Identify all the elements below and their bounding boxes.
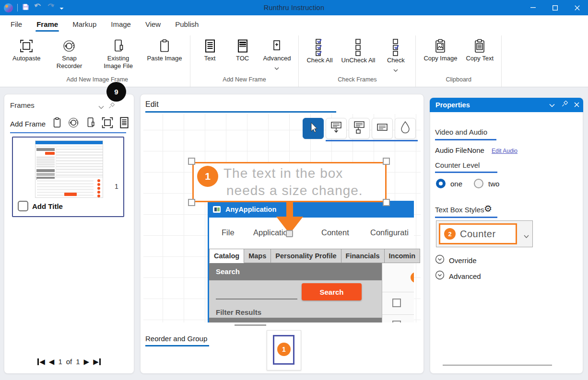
autopaste-icon[interactable] bbox=[101, 116, 114, 129]
frame-list-item[interactable]: 1 Add Title bbox=[12, 137, 124, 217]
titlebar: Runthru Instruction bbox=[0, 0, 588, 15]
advanced-frame-icon bbox=[270, 37, 283, 55]
divider bbox=[145, 111, 336, 113]
chevron-down-icon bbox=[274, 63, 279, 72]
existing-image-file-icon[interactable] bbox=[84, 116, 97, 129]
pin-icon[interactable] bbox=[108, 103, 115, 111]
screenshot-counter-partial bbox=[411, 272, 414, 283]
callout-text: The text in the box needs a size change. bbox=[223, 165, 363, 199]
resize-handle-bottom-right[interactable] bbox=[383, 199, 390, 206]
copy-text-button[interactable]: Copy Text bbox=[464, 35, 495, 62]
text-frame-icon[interactable] bbox=[118, 116, 131, 129]
text-box-styles-heading: Text Box Styles bbox=[435, 206, 484, 214]
advanced-label: Advanced bbox=[449, 272, 481, 280]
screenshot-search-button: Search bbox=[302, 283, 362, 300]
check-dropdown-icon bbox=[389, 37, 402, 57]
previous-page-button[interactable]: ◀ bbox=[49, 358, 55, 365]
step-count-badge: 9 bbox=[106, 82, 126, 102]
reorder-thumbnail[interactable]: 1 bbox=[267, 330, 301, 370]
callout-box-tool-button[interactable] bbox=[349, 118, 370, 139]
check-all-button[interactable]: Check All bbox=[305, 35, 334, 64]
tab-edit[interactable]: Edit bbox=[145, 100, 159, 109]
droplet-icon bbox=[398, 120, 412, 137]
callout-arrow-tip-handle[interactable] bbox=[286, 230, 293, 237]
snap-recorder-button[interactable]: Snap Recorder bbox=[47, 35, 92, 70]
ribbon-group-add-new-image-frame: Autopaste Snap Recorder Existing Image F… bbox=[5, 35, 190, 87]
callout-arrow-tool-button[interactable] bbox=[326, 118, 347, 139]
edit-audio-link[interactable]: Edit Audio bbox=[492, 148, 517, 154]
close-button[interactable] bbox=[566, 0, 588, 15]
panel-collapse-chevron-icon[interactable] bbox=[549, 101, 555, 109]
paste-image-icon[interactable] bbox=[50, 116, 64, 129]
menu-markup[interactable]: Markup bbox=[71, 17, 97, 31]
edit-canvas[interactable]: AnyApplication File Application Content … bbox=[143, 114, 421, 322]
divider bbox=[145, 345, 209, 346]
screenshot-list-column bbox=[382, 263, 414, 322]
minimize-button[interactable] bbox=[522, 0, 544, 15]
menu-view[interactable]: View bbox=[144, 17, 162, 31]
resize-handle-top-left[interactable] bbox=[188, 158, 195, 165]
radio-two[interactable] bbox=[474, 179, 483, 188]
screenshot-tab-catalog: Catalog bbox=[209, 249, 244, 263]
paste-image-button[interactable]: Paste Image bbox=[145, 35, 184, 62]
video-audio-heading: Video and Audio bbox=[435, 128, 487, 136]
override-expander[interactable]: Override bbox=[435, 254, 477, 266]
pin-icon[interactable] bbox=[561, 101, 568, 109]
droplet-tool-button[interactable] bbox=[395, 118, 416, 139]
callout-counter: 1 bbox=[197, 166, 218, 187]
menu-frame[interactable]: Frame bbox=[35, 17, 59, 31]
check-dropdown-button[interactable]: Check bbox=[382, 35, 410, 74]
radio-one[interactable] bbox=[436, 179, 446, 188]
ribbon-group-add-new-frame: Text TOC Advanced bbox=[190, 35, 299, 87]
menubar: File Frame Markup Image View Publish bbox=[0, 15, 588, 33]
maximize-button[interactable] bbox=[544, 0, 566, 15]
select-tool-button[interactable] bbox=[303, 118, 324, 139]
resize-handle-bottom-left[interactable] bbox=[188, 199, 195, 206]
reorder-and-group-label[interactable]: Reorder and Group bbox=[145, 334, 207, 343]
menu-file[interactable]: File bbox=[10, 17, 23, 31]
panel-collapse-chevron-icon[interactable] bbox=[98, 103, 104, 111]
divider bbox=[435, 172, 497, 173]
autopaste-button[interactable]: Autopaste bbox=[11, 35, 43, 62]
edit-panel: Edit bbox=[140, 94, 424, 374]
menu-publish[interactable]: Publish bbox=[174, 17, 200, 31]
menu-image[interactable]: Image bbox=[110, 17, 132, 31]
screenshot-tab-financials: Financials bbox=[341, 249, 385, 263]
first-page-button[interactable]: ◀ bbox=[37, 358, 45, 365]
properties-panel: Properties Video and Audio Audio File: N… bbox=[430, 98, 583, 374]
ribbon-group-clipboard: Copy Image Copy Text Clipboard bbox=[416, 35, 502, 87]
copy-text-icon bbox=[473, 37, 486, 55]
copy-image-button[interactable]: Copy Image bbox=[422, 35, 459, 62]
paste-image-icon bbox=[157, 37, 172, 55]
screenshot-checkbox bbox=[392, 299, 401, 307]
callout-box[interactable]: 1 The text in the box needs a size chang… bbox=[192, 162, 387, 202]
text-frame-icon bbox=[203, 37, 217, 55]
screenshot-content: Search Search Filter Results bbox=[209, 263, 414, 322]
circle-chevron-icon bbox=[435, 270, 445, 282]
snap-recorder-icon[interactable] bbox=[67, 116, 81, 129]
uncheck-all-button[interactable]: UnCheck All bbox=[340, 35, 377, 64]
screenshot-tabs: Catalog Maps Personality Profile Financi… bbox=[209, 249, 414, 263]
advanced-expander[interactable]: Advanced bbox=[435, 270, 481, 282]
gear-icon[interactable]: ⚙ bbox=[484, 203, 492, 214]
screenshot-tab-incoming: Incomin bbox=[385, 249, 421, 263]
text-box-tool-button[interactable] bbox=[372, 118, 393, 139]
text-frame-button[interactable]: Text bbox=[196, 35, 224, 62]
divider bbox=[435, 217, 497, 218]
last-page-button[interactable]: ▶ bbox=[93, 358, 101, 365]
captured-screenshot[interactable]: AnyApplication File Application Content … bbox=[208, 201, 414, 322]
resize-handle[interactable] bbox=[443, 365, 552, 366]
any-application-icon bbox=[213, 206, 221, 213]
ribbon-group-label: Add New Image Frame bbox=[11, 76, 184, 83]
resize-handle-top-right[interactable] bbox=[383, 158, 390, 165]
advanced-frame-button[interactable]: Advanced bbox=[261, 35, 293, 72]
existing-image-file-button[interactable]: Existing Image File bbox=[96, 35, 141, 70]
next-page-button[interactable]: ▶ bbox=[84, 358, 90, 365]
screenshot-menu-file: File bbox=[222, 228, 235, 237]
horizontal-scrollbar[interactable] bbox=[235, 324, 266, 326]
text-box-style-dropdown[interactable]: 2 Counter bbox=[436, 220, 533, 247]
toc-button[interactable]: TOC bbox=[229, 35, 257, 62]
close-icon[interactable] bbox=[574, 101, 579, 109]
copy-image-icon bbox=[434, 37, 447, 55]
add-title-checkbox[interactable] bbox=[18, 201, 28, 211]
